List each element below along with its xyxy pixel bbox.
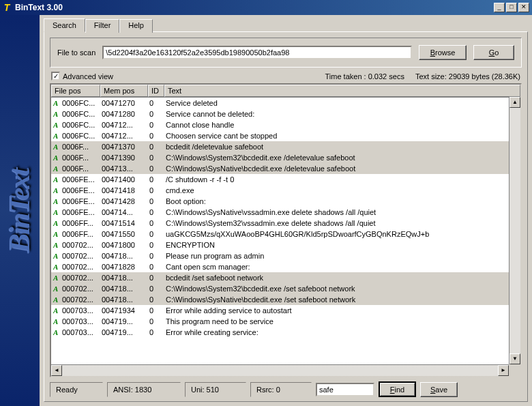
table-row[interactable]: A0006FE...004714280Boot option: bbox=[51, 196, 520, 207]
find-input[interactable] bbox=[316, 383, 374, 396]
browse-button[interactable]: Browse bbox=[419, 45, 467, 60]
cell-mempos: 004719... bbox=[99, 316, 147, 327]
cell-mempos: 00471514 bbox=[99, 218, 147, 229]
table-row[interactable]: A0006F...004713900C:\Windows\System32\bc… bbox=[51, 152, 520, 163]
table-row[interactable]: A000703...004719340Error while adding se… bbox=[51, 305, 520, 316]
table-row[interactable]: A0006FE...004714...0C:\Windows\SysNative… bbox=[51, 207, 520, 218]
status-uni: Uni: 510 bbox=[185, 382, 246, 397]
table-row[interactable]: A000703...004719...0This program need to… bbox=[51, 316, 520, 327]
titlebar: T BinText 3.00 _ □ ✕ bbox=[0, 0, 532, 15]
table-row[interactable]: A0006FF...004715140C:\Windows\System32\v… bbox=[51, 218, 520, 229]
cell-text: bcdedit /set safeboot network bbox=[163, 272, 520, 283]
scroll-left-icon[interactable]: ◄ bbox=[51, 365, 62, 376]
table-row[interactable]: A0006F...004713...0C:\Windows\SysNative\… bbox=[51, 163, 520, 174]
vertical-scrollbar[interactable]: ▲ ▼ bbox=[509, 97, 520, 364]
row-type-icon: A bbox=[51, 295, 59, 304]
cell-id: 0 bbox=[147, 240, 163, 250]
window-title: BinText 3.00 bbox=[12, 3, 494, 12]
cell-id: 0 bbox=[147, 185, 163, 196]
row-type-icon: A bbox=[51, 143, 59, 151]
table-row[interactable]: A000702...004718280Cant open scm manager… bbox=[51, 261, 520, 272]
cell-id: 0 bbox=[147, 272, 163, 283]
tab-filter[interactable]: Filter bbox=[85, 19, 119, 33]
cell-id: 0 bbox=[147, 250, 163, 261]
cell-id: 0 bbox=[147, 152, 163, 163]
save-button[interactable]: Save bbox=[420, 382, 458, 397]
cell-filepos: 0006FC... bbox=[59, 98, 99, 108]
row-type-icon: A bbox=[51, 252, 59, 260]
cell-id: 0 bbox=[147, 316, 163, 327]
cell-text: ENCRYPTION bbox=[163, 240, 520, 250]
row-type-icon: A bbox=[51, 328, 59, 336]
table-row[interactable]: A0006FF...004715500uaGKCG5Mzs/qXXuWAooBP… bbox=[51, 229, 520, 240]
scroll-right-icon[interactable]: ► bbox=[498, 365, 509, 376]
row-type-icon: A bbox=[51, 186, 59, 194]
cell-id: 0 bbox=[147, 130, 163, 141]
table-row[interactable]: A0006FC...004712800Service cannot be del… bbox=[51, 108, 520, 119]
tab-search[interactable]: Search bbox=[44, 18, 85, 32]
cell-text: Cannot close handle bbox=[163, 119, 520, 130]
col-filepos[interactable]: File pos bbox=[51, 85, 100, 97]
cell-filepos: 000703... bbox=[59, 305, 99, 316]
results-listview[interactable]: File pos Mem pos ID Text A0006FC...00471… bbox=[50, 83, 522, 377]
cell-text: C:\Windows\System32\bcdedit.exe /deletev… bbox=[163, 152, 520, 163]
row-type-icon: A bbox=[51, 230, 59, 238]
table-row[interactable]: A000702...004718...0Please run program a… bbox=[51, 250, 520, 261]
cell-mempos: 00471428 bbox=[99, 196, 147, 207]
horizontal-scrollbar[interactable]: ◄ ► bbox=[51, 364, 509, 376]
minimize-button[interactable]: _ bbox=[494, 3, 505, 12]
cell-filepos: 000702... bbox=[59, 283, 99, 294]
scroll-up-icon[interactable]: ▲ bbox=[509, 97, 520, 108]
cell-filepos: 0006FE... bbox=[59, 174, 99, 185]
table-row[interactable]: A000702...004718...0C:\Windows\System32\… bbox=[51, 283, 520, 294]
col-text[interactable]: Text bbox=[164, 85, 520, 97]
row-type-icon: A bbox=[51, 219, 59, 227]
maximize-button[interactable]: □ bbox=[506, 3, 517, 12]
row-type-icon: A bbox=[51, 110, 59, 118]
status-rsrc: Rsrc: 0 bbox=[250, 382, 312, 397]
table-row[interactable]: A0006FE...004714180cmd.exe bbox=[51, 185, 520, 196]
cell-mempos: 00471828 bbox=[99, 261, 147, 272]
table-row[interactable]: A0006FC...004712...0Cannot close handle bbox=[51, 119, 520, 130]
close-button[interactable]: ✕ bbox=[518, 3, 529, 12]
table-row[interactable]: A0006FC...004712700Service deleted bbox=[51, 98, 520, 108]
table-row[interactable]: A000702...004718000ENCRYPTION bbox=[51, 240, 520, 250]
tab-help[interactable]: Help bbox=[119, 19, 153, 33]
row-type-icon: A bbox=[51, 175, 59, 184]
cell-filepos: 000703... bbox=[59, 316, 99, 327]
table-row[interactable]: A000702...004718...0bcdedit /set safeboo… bbox=[51, 272, 520, 283]
cell-filepos: 0006FE... bbox=[59, 185, 99, 196]
table-row[interactable]: A0006F...004713700bcdedit /deletevalue s… bbox=[51, 141, 520, 152]
table-row[interactable]: A0006FE...004714000/C shutdown -r -f -t … bbox=[51, 174, 520, 185]
cell-filepos: 000702... bbox=[59, 294, 99, 305]
cell-text: bcdedit /deletevalue safeboot bbox=[163, 141, 520, 152]
col-id[interactable]: ID bbox=[148, 85, 164, 97]
cell-id: 0 bbox=[147, 327, 163, 338]
cell-filepos: 0006FC... bbox=[59, 108, 99, 119]
row-type-icon: A bbox=[51, 132, 59, 140]
cell-filepos: 0006FE... bbox=[59, 207, 99, 218]
row-type-icon: A bbox=[51, 241, 59, 249]
go-button[interactable]: Go bbox=[473, 45, 514, 60]
row-type-icon: A bbox=[51, 164, 59, 173]
file-scan-label: File to scan bbox=[57, 48, 95, 57]
table-row[interactable]: A000703...004719...0Error while creating… bbox=[51, 327, 520, 338]
cell-text: Cant open scm manager: bbox=[163, 261, 520, 272]
advanced-view-label: Advanced view bbox=[63, 72, 113, 81]
advanced-view-checkbox[interactable]: ✓ bbox=[51, 72, 60, 81]
col-mempos[interactable]: Mem pos bbox=[100, 85, 148, 97]
file-path-input[interactable] bbox=[102, 46, 412, 59]
cell-filepos: 000702... bbox=[59, 240, 99, 250]
table-row[interactable]: A000702...004718...0C:\Windows\SysNative… bbox=[51, 294, 520, 305]
cell-id: 0 bbox=[147, 207, 163, 218]
find-button[interactable]: Find bbox=[379, 381, 416, 397]
table-row[interactable]: A0006FC...004712...0Choosen service cant… bbox=[51, 130, 520, 141]
cell-filepos: 0006F... bbox=[59, 152, 99, 163]
cell-mempos: 004718... bbox=[99, 283, 147, 294]
cell-mempos: 00471280 bbox=[99, 108, 147, 119]
scroll-down-icon[interactable]: ▼ bbox=[509, 353, 520, 364]
cell-text: Service deleted bbox=[163, 98, 520, 108]
cell-filepos: 0006FC... bbox=[59, 119, 99, 130]
cell-filepos: 0006FC... bbox=[59, 130, 99, 141]
tab-bar: Search Filter Help bbox=[44, 18, 528, 31]
